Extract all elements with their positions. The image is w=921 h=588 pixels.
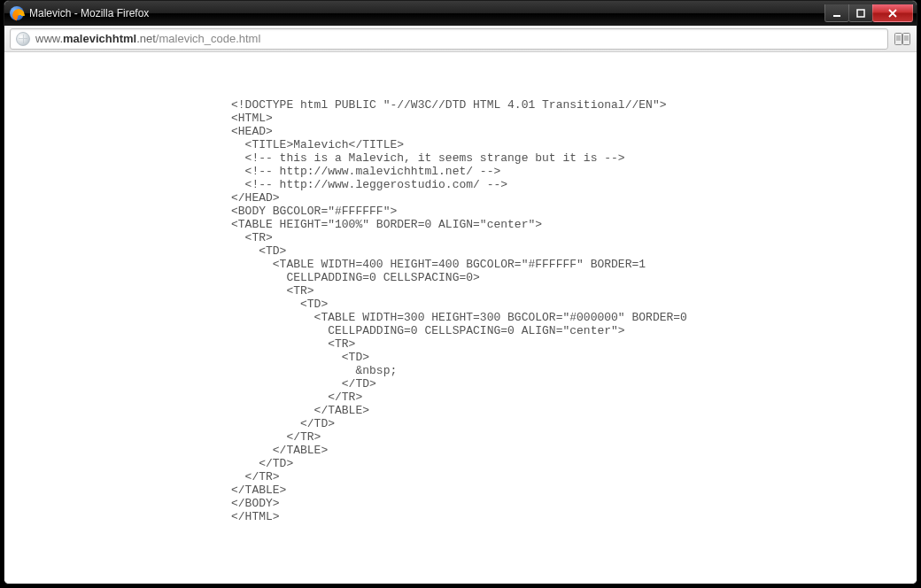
reader-mode-icon[interactable] bbox=[894, 32, 911, 46]
page-content[interactable]: <!DOCTYPE html PUBLIC "-//W3C//DTD HTML … bbox=[4, 52, 917, 584]
firefox-icon bbox=[10, 6, 24, 20]
svg-rect-0 bbox=[833, 15, 840, 17]
svg-rect-1 bbox=[857, 10, 864, 17]
url-host-main: malevichhtml bbox=[63, 32, 136, 45]
maximize-button[interactable] bbox=[848, 4, 873, 22]
url-input[interactable]: www.malevichhtml.net/malevich_code.html bbox=[10, 28, 888, 50]
code-block: <!DOCTYPE html PUBLIC "-//W3C//DTD HTML … bbox=[4, 52, 917, 523]
url-text: www.malevichhtml.net/malevich_code.html bbox=[35, 32, 260, 45]
window-title: Malevich - Mozilla Firefox bbox=[29, 7, 825, 19]
window-controls bbox=[825, 4, 913, 22]
minimize-button[interactable] bbox=[824, 4, 849, 22]
address-toolbar: www.malevichhtml.net/malevich_code.html bbox=[4, 26, 917, 52]
url-host-prefix: www. bbox=[35, 32, 63, 45]
title-bar[interactable]: Malevich - Mozilla Firefox bbox=[4, 1, 917, 26]
browser-window: Malevich - Mozilla Firefox www.malevichh… bbox=[4, 0, 917, 584]
globe-icon bbox=[16, 32, 30, 46]
svg-rect-2 bbox=[895, 33, 902, 44]
close-button[interactable] bbox=[872, 4, 913, 22]
url-host-suffix: .net bbox=[136, 32, 156, 45]
url-path: /malevich_code.html bbox=[156, 32, 261, 45]
svg-rect-3 bbox=[903, 33, 910, 44]
